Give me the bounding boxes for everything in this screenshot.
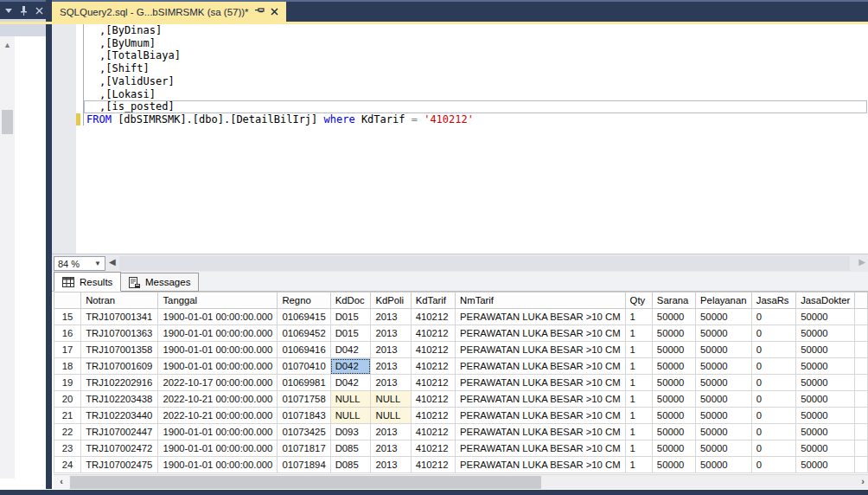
grid-cell[interactable]: 1 <box>625 457 652 473</box>
grid-cell[interactable]: 0 <box>751 424 795 440</box>
grid-cell[interactable]: 2022-10-17 00:00:00.000 <box>158 375 278 391</box>
grid-cell[interactable]: 1900-01-01 00:00:00.000 <box>158 342 278 358</box>
row-number-cell[interactable]: 22 <box>54 424 81 440</box>
grid-cell[interactable]: 410212 <box>411 375 455 391</box>
grid-cell[interactable]: PERAWATAN LUKA BESAR >10 CM <box>456 391 626 408</box>
grid-cell[interactable]: TRJ107001609 <box>81 358 158 375</box>
grid-cell[interactable]: 2022-10-21 00:00:00.000 <box>158 408 278 424</box>
row-number-cell[interactable]: 19 <box>54 375 81 391</box>
column-header[interactable]: Qty <box>625 292 652 309</box>
grid-cell[interactable]: 01073425 <box>278 424 330 440</box>
grid-cell[interactable]: 0 <box>751 358 795 375</box>
column-header[interactable]: Pelayanan <box>696 292 752 309</box>
pane-splitter[interactable] <box>46 0 52 495</box>
grid-cell[interactable]: PERAWATAN LUKA BESAR >10 CM <box>456 440 626 457</box>
scroll-left-icon[interactable]: ◀ <box>109 257 116 267</box>
column-header[interactable]: Notran <box>81 292 158 309</box>
grid-cell[interactable]: 50000 <box>796 424 855 440</box>
grid-cell[interactable]: 50000 <box>652 325 695 342</box>
grid-cell[interactable]: 50000 <box>652 440 695 457</box>
grid-cell[interactable]: D015 <box>330 309 371 325</box>
row-number-cell[interactable]: 17 <box>54 342 81 358</box>
grid-cell[interactable]: 0 <box>751 375 795 391</box>
grid-cell[interactable]: 1 <box>625 440 652 457</box>
scroll-left-icon[interactable]: ‹ <box>54 475 69 489</box>
grid-cell[interactable]: 1900-01-01 00:00:00.000 <box>158 457 278 473</box>
grid-cell[interactable]: 410212 <box>411 309 455 325</box>
grid-cell[interactable]: NULL <box>330 391 371 408</box>
grid-cell[interactable]: 0 <box>751 457 795 473</box>
grid-cell[interactable]: 01071817 <box>278 440 330 457</box>
grid-cell[interactable]: 2013 <box>371 424 411 440</box>
grid-cell[interactable]: 50000 <box>652 424 695 440</box>
row-number-cell[interactable]: 21 <box>54 408 81 424</box>
grid-cell[interactable]: 50000 <box>796 375 855 391</box>
grid-cell[interactable]: 1 <box>625 325 652 342</box>
column-header[interactable]: KdTarif <box>411 292 455 309</box>
grid-cell[interactable]: 1 <box>625 309 652 325</box>
row-number-cell[interactable]: 20 <box>54 391 81 408</box>
scroll-right-icon[interactable]: ▶ <box>858 257 865 267</box>
grid-cell[interactable]: 50000 <box>696 457 752 473</box>
grid-cell[interactable]: TRJ107002472 <box>81 440 158 457</box>
grid-cell[interactable]: 410212 <box>411 391 455 408</box>
grid-cell[interactable]: 0 <box>751 309 795 325</box>
grid-cell[interactable]: D042 <box>330 358 371 375</box>
grid-cell[interactable]: 50000 <box>652 457 695 473</box>
grid-cell[interactable]: 50000 <box>652 408 695 424</box>
grid-cell[interactable]: 1 <box>625 375 652 391</box>
grid-cell[interactable]: 50000 <box>696 325 752 342</box>
column-header[interactable]: KdPoli <box>371 292 411 309</box>
grid-cell[interactable]: TRJ102202916 <box>81 375 158 391</box>
pane-scrollbar-thumb[interactable] <box>2 110 13 134</box>
grid-cell[interactable]: NULL <box>330 408 371 424</box>
grid-cell[interactable]: TRJ107001363 <box>81 325 158 342</box>
grid-cell[interactable]: 01071894 <box>278 457 330 473</box>
grid-cell[interactable]: 0 <box>751 440 795 457</box>
grid-hscrollbar-thumb[interactable] <box>70 476 541 489</box>
grid-cell[interactable]: PERAWATAN LUKA BESAR >10 CM <box>456 309 626 325</box>
grid-cell[interactable]: 50000 <box>696 391 752 408</box>
grid-cell[interactable]: PERAWATAN LUKA BESAR >10 CM <box>456 375 626 391</box>
grid-cell[interactable]: TRJ102203438 <box>81 391 158 408</box>
grid-cell[interactable]: 410212 <box>411 358 455 375</box>
grid-cell[interactable]: 1900-01-01 00:00:00.000 <box>158 424 278 440</box>
grid-cell[interactable]: 1900-01-01 00:00:00.000 <box>158 440 278 457</box>
grid-cell[interactable]: 50000 <box>696 358 752 375</box>
grid-cell[interactable]: 01071758 <box>278 391 330 408</box>
grid-cell[interactable]: TRJ107002475 <box>81 457 158 473</box>
grid-cell[interactable]: 50000 <box>696 424 752 440</box>
row-number-cell[interactable]: 24 <box>54 457 81 473</box>
grid-cell[interactable]: TRJ107001341 <box>81 309 158 325</box>
grid-cell[interactable]: 2013 <box>371 375 411 391</box>
grid-hscrollbar[interactable]: ‹ › <box>54 474 868 489</box>
grid-cell[interactable]: 50000 <box>652 309 695 325</box>
pane-vertical-scrollbar[interactable]: ▲ <box>0 36 15 479</box>
grid-cell[interactable]: 2013 <box>371 457 411 473</box>
grid-cell[interactable]: 50000 <box>796 391 855 408</box>
column-header[interactable]: NmTarif <box>456 292 626 309</box>
column-header[interactable]: KdDoc <box>330 292 371 309</box>
grid-cell[interactable]: 410212 <box>411 325 455 342</box>
close-icon[interactable] <box>271 8 278 16</box>
scroll-right-icon[interactable]: › <box>861 475 865 488</box>
grid-cell[interactable]: 50000 <box>696 375 752 391</box>
grid-cell[interactable]: PERAWATAN LUKA BESAR >10 CM <box>456 325 626 342</box>
grid-cell[interactable]: 01069416 <box>278 342 330 358</box>
grid-cell[interactable]: 1 <box>625 424 652 440</box>
grid-cell[interactable]: D042 <box>330 375 371 391</box>
grid-cell[interactable]: 50000 <box>652 391 695 408</box>
grid-cell[interactable]: 0 <box>751 391 795 408</box>
close-icon[interactable] <box>35 7 43 15</box>
grid-cell[interactable]: 01071843 <box>278 408 330 424</box>
grid-cell[interactable]: NULL <box>371 408 411 424</box>
grid-cell[interactable]: 2013 <box>371 342 411 358</box>
row-number-cell[interactable]: 18 <box>54 358 81 375</box>
grid-cell[interactable]: 50000 <box>696 440 752 457</box>
grid-cell[interactable]: D093 <box>330 424 371 440</box>
editor-zoom-dropdown[interactable]: 84 % ▼ <box>54 256 105 271</box>
grid-cell[interactable]: 50000 <box>796 309 855 325</box>
grid-cell[interactable]: PERAWATAN LUKA BESAR >10 CM <box>456 457 626 473</box>
grid-cell[interactable]: 410212 <box>411 424 455 440</box>
grid-cell[interactable]: 50000 <box>796 342 855 358</box>
